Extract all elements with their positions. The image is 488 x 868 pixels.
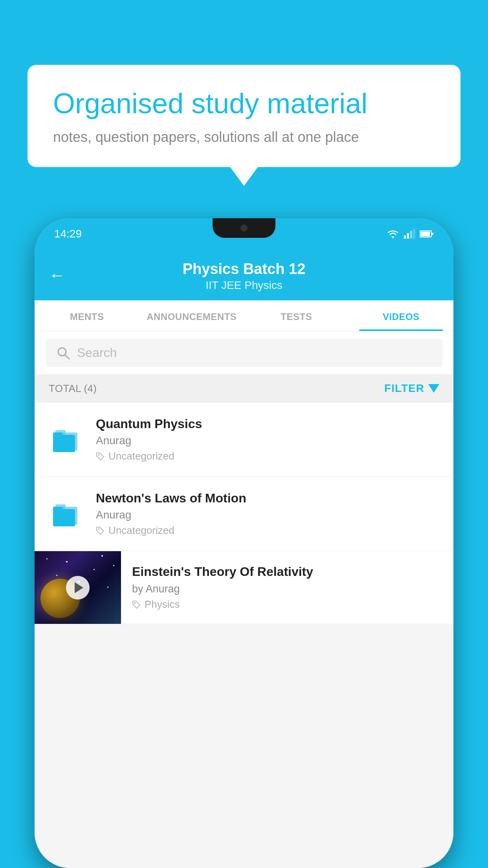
header-subtitle: IIT JEE Physics xyxy=(50,279,438,292)
svg-marker-0 xyxy=(391,236,394,239)
svg-rect-1 xyxy=(404,235,406,239)
svg-rect-4 xyxy=(413,229,415,239)
video-title: Einstein's Theory Of Relativity xyxy=(132,565,442,579)
video-list: Quantum Physics Anurag Uncategorized xyxy=(35,403,453,624)
phone-notch xyxy=(213,218,275,238)
app-header: ← Physics Batch 12 IIT JEE Physics xyxy=(35,250,453,300)
tag-icon xyxy=(96,452,105,461)
tab-bar: MENTS ANNOUNCEMENTS TESTS VIDEOS xyxy=(35,300,453,331)
tag-icon xyxy=(132,600,141,609)
svg-rect-18 xyxy=(53,507,62,511)
bubble-subtitle: notes, question papers, solutions all at… xyxy=(53,129,435,145)
video-author: by Anurag xyxy=(132,583,442,595)
filter-row: TOTAL (4) FILTER xyxy=(35,374,453,403)
tab-announcements[interactable]: ANNOUNCEMENTS xyxy=(139,300,244,331)
folder-icon xyxy=(52,424,81,455)
wifi-icon xyxy=(387,229,399,239)
speech-bubble: Organised study material notes, question… xyxy=(28,65,460,167)
video-info: Einstein's Theory Of Relativity by Anura… xyxy=(121,554,453,622)
svg-point-14 xyxy=(98,454,99,456)
tag-icon xyxy=(96,526,105,535)
speech-bubble-container: Organised study material notes, question… xyxy=(28,65,460,167)
folder-icon xyxy=(52,498,81,530)
tab-tests[interactable]: TESTS xyxy=(244,300,349,331)
play-icon xyxy=(75,582,83,593)
video-info: Quantum Physics Anurag Uncategorized xyxy=(96,417,439,462)
svg-rect-6 xyxy=(420,232,430,236)
battery-icon xyxy=(420,230,434,238)
svg-rect-12 xyxy=(53,435,75,452)
status-time: 14:29 xyxy=(54,228,82,240)
tab-videos[interactable]: VIDEOS xyxy=(349,300,454,331)
search-bar[interactable]: Search xyxy=(46,338,442,367)
phone-frame: 14:29 xyxy=(35,218,453,868)
video-thumbnail xyxy=(35,551,121,624)
header-title: Physics Batch 12 xyxy=(50,261,438,278)
play-button[interactable] xyxy=(66,576,90,600)
main-content: Search TOTAL (4) FILTER xyxy=(35,331,453,868)
svg-point-19 xyxy=(98,528,99,530)
list-item[interactable]: Quantum Physics Anurag Uncategorized xyxy=(35,403,453,477)
filter-icon xyxy=(428,384,439,393)
svg-rect-7 xyxy=(431,233,433,235)
search-bar-container: Search xyxy=(35,331,453,374)
list-item[interactable]: Einstein's Theory Of Relativity by Anura… xyxy=(35,551,453,624)
svg-rect-17 xyxy=(53,509,75,526)
video-title: Quantum Physics xyxy=(96,417,439,431)
folder-icon-container xyxy=(49,496,84,531)
filter-button[interactable]: FILTER xyxy=(384,382,439,395)
folder-icon-container xyxy=(49,422,84,457)
svg-point-20 xyxy=(134,602,136,604)
status-bar: 14:29 xyxy=(35,218,453,250)
search-placeholder: Search xyxy=(77,346,117,360)
list-item[interactable]: Newton's Laws of Motion Anurag Uncategor… xyxy=(35,477,453,551)
signal-icon xyxy=(404,229,415,239)
svg-rect-2 xyxy=(407,233,409,239)
video-author: Anurag xyxy=(96,509,439,521)
status-icons xyxy=(387,229,434,239)
tab-ments[interactable]: MENTS xyxy=(35,300,139,331)
phone-inner: 14:29 xyxy=(35,218,453,868)
svg-rect-3 xyxy=(410,231,412,239)
total-count: TOTAL (4) xyxy=(49,383,97,395)
bubble-title: Organised study material xyxy=(53,86,435,120)
video-tag: Physics xyxy=(132,598,442,611)
video-title: Newton's Laws of Motion xyxy=(96,491,439,506)
svg-rect-13 xyxy=(53,432,62,437)
video-info: Newton's Laws of Motion Anurag Uncategor… xyxy=(96,491,439,537)
back-button[interactable]: ← xyxy=(49,266,65,285)
video-author: Anurag xyxy=(96,434,439,447)
video-tag: Uncategorized xyxy=(96,524,439,537)
camera xyxy=(240,224,248,232)
search-icon xyxy=(57,346,70,360)
svg-line-9 xyxy=(65,355,69,359)
video-tag: Uncategorized xyxy=(96,450,439,462)
